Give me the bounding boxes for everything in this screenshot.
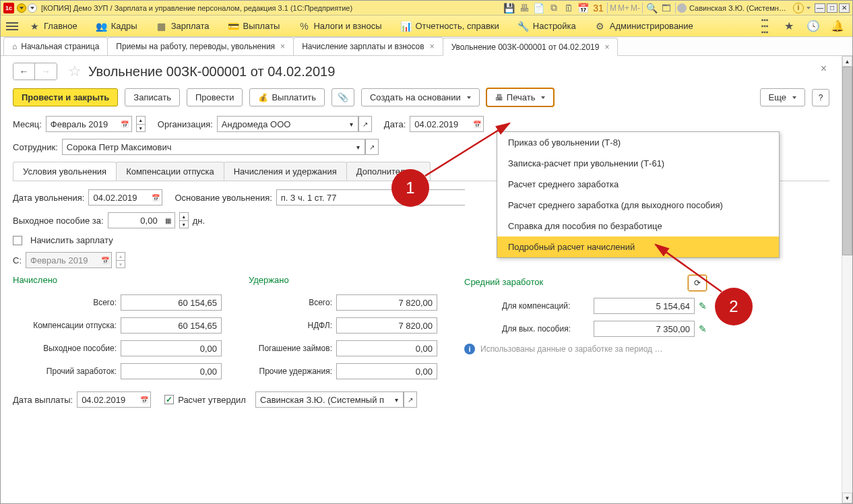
open-icon[interactable]: ↗ <box>358 116 372 132</box>
tab-item[interactable]: Приемы на работу, переводы, увольнения× <box>107 37 294 55</box>
calendar-picker-icon[interactable]: 📅 <box>119 116 132 132</box>
calc-icon[interactable]: ▦ <box>162 212 175 228</box>
approved-by-combo[interactable]: Савинская З.Ю. (Системный п ▾ ↗ <box>255 391 417 408</box>
spin-up-icon[interactable]: ▲ <box>179 212 189 220</box>
inner-tab-accruals[interactable]: Начисления и удержания <box>224 162 347 181</box>
month-spinner[interactable]: ▲▼ <box>136 116 146 132</box>
spin-down-icon[interactable]: ▼ <box>136 124 146 132</box>
org-input[interactable]: Андромеда ООО <box>217 116 345 132</box>
nav-payments[interactable]: 💳Выплаты <box>228 21 280 32</box>
nav-settings[interactable]: 🔧Настройка <box>518 21 576 32</box>
basis-input[interactable]: п. 3 ч. 1 ст. 77 <box>276 189 465 206</box>
calc-icon[interactable]: 🗓 <box>563 2 575 14</box>
calendar-picker-icon[interactable]: 📅 <box>149 189 162 206</box>
dropdown-icon[interactable]: ▾ <box>352 139 365 155</box>
window-icon[interactable]: 🗔 <box>660 2 672 14</box>
open-icon[interactable]: ↗ <box>365 139 379 155</box>
create-based-button[interactable]: Создать на основании <box>361 88 480 106</box>
print-menu-item[interactable]: Справка для пособия по безработице <box>497 216 779 237</box>
approved-by-input[interactable]: Савинская З.Ю. (Системный п <box>255 391 390 408</box>
accrued-comp-input[interactable]: 60 154,65 <box>121 317 222 334</box>
favorite-star-icon[interactable]: ☆ <box>68 63 82 80</box>
bell-icon[interactable]: 🔔 <box>828 17 847 36</box>
page-close-icon[interactable]: × <box>821 63 827 75</box>
forward-button[interactable]: → <box>35 63 57 80</box>
more-button[interactable]: Еще <box>760 88 805 106</box>
compare-icon[interactable]: ⧉ <box>548 2 560 14</box>
spin-down-icon[interactable]: ▼ <box>179 220 189 228</box>
tab-item[interactable]: Начисление зарплаты и взносов× <box>293 37 443 55</box>
spin-up-icon[interactable]: ▲ <box>136 116 146 124</box>
open-icon[interactable]: ↗ <box>404 391 417 408</box>
print-button[interactable]: 🖶Печать <box>486 88 555 106</box>
date-combo[interactable]: 04.02.2019 📅 <box>410 116 484 132</box>
minimize-button[interactable]: — <box>815 3 825 13</box>
post-close-button[interactable]: Провести и закрыть <box>13 88 118 106</box>
close-icon[interactable]: × <box>604 42 609 52</box>
pay-date-input[interactable]: 04.02.2019 <box>77 391 137 408</box>
approved-checkbox[interactable] <box>164 395 174 404</box>
date-input[interactable]: 04.02.2019 <box>410 116 470 132</box>
month-input[interactable]: Февраль 2019 <box>46 116 119 132</box>
refresh-button[interactable]: ⟳ <box>688 275 707 291</box>
dismiss-date-input[interactable]: 04.02.2019 <box>88 189 149 206</box>
pay-button[interactable]: 💰Выплатить <box>249 88 325 106</box>
dismiss-date-combo[interactable]: 04.02.2019 📅 <box>88 189 162 206</box>
history-icon[interactable]: 🕓 <box>804 17 823 36</box>
month-combo[interactable]: Февраль 2019 📅 <box>46 116 132 132</box>
zoom-icon[interactable]: 🔍 <box>645 2 658 14</box>
info-dropdown-icon[interactable] <box>807 7 811 9</box>
doc-icon[interactable]: 📄 <box>533 2 545 14</box>
user-name[interactable]: Савинская З.Ю. (Системный прог… <box>689 4 790 12</box>
date-icon[interactable]: 31 <box>592 2 604 14</box>
help-button[interactable]: ? <box>812 89 829 106</box>
print-menu-item[interactable]: Записка-расчет при увольнении (Т-61) <box>497 153 779 174</box>
print-menu-item-highlighted[interactable]: Подробный расчет начислений <box>497 237 779 257</box>
calendar-picker-icon[interactable]: 📅 <box>137 391 151 408</box>
scroll-up-icon[interactable]: ▲ <box>842 56 852 67</box>
save-icon[interactable]: 💾 <box>503 2 515 14</box>
basis-combo[interactable]: п. 3 ч. 1 ст. 77 <box>276 189 465 206</box>
favorite-icon[interactable]: ★ <box>780 17 798 36</box>
employee-combo[interactable]: Сорока Петр Максимович ▾ ↗ <box>62 139 379 155</box>
edit-icon[interactable]: ✎ <box>699 301 707 311</box>
menu-icon[interactable] <box>6 20 18 32</box>
vertical-scrollbar[interactable]: ▲ ▼ <box>842 56 852 503</box>
withheld-loan-input[interactable]: 0,00 <box>336 340 437 356</box>
scroll-down-icon[interactable]: ▼ <box>842 493 852 503</box>
m-button[interactable]: M <box>610 3 617 13</box>
withheld-ndfl-input[interactable]: 7 820,00 <box>336 317 437 334</box>
m-plus-button[interactable]: M+ <box>618 3 629 13</box>
nav-salary[interactable]: ▦Зарплата <box>156 21 210 32</box>
avg-sev-input[interactable]: 7 350,00 <box>594 321 695 337</box>
accrued-sev-input[interactable]: 0,00 <box>121 340 222 356</box>
post-button[interactable]: Провести <box>187 88 243 106</box>
edit-icon[interactable]: ✎ <box>699 323 707 334</box>
print-menu-item[interactable]: Расчет среднего заработка <box>497 174 779 195</box>
pay-date-combo[interactable]: 04.02.2019 📅 <box>77 391 151 408</box>
accrue-salary-checkbox[interactable] <box>13 236 22 245</box>
org-combo[interactable]: Андромеда ООО ▾ ↗ <box>217 116 372 132</box>
attach-button[interactable]: 📎 <box>331 88 354 106</box>
employee-input[interactable]: Сорока Петр Максимович <box>62 139 352 155</box>
withheld-other-input[interactable]: 0,00 <box>336 363 437 379</box>
m-minus-button[interactable]: M- <box>631 3 640 13</box>
apps-icon[interactable]: ▪▪▪▪▪▪▪▪▪ <box>755 17 774 36</box>
close-icon[interactable]: × <box>430 42 435 51</box>
approved-label[interactable]: Расчет утвердил <box>178 395 246 405</box>
accrue-salary-label[interactable]: Начислить зарплату <box>30 235 113 245</box>
print-menu-item[interactable]: Расчет среднего заработка (для выходного… <box>497 195 779 216</box>
severance-combo[interactable]: 0,00 ▦ <box>108 212 175 228</box>
calendar-picker-icon[interactable]: 📅 <box>470 116 484 132</box>
inner-tab-conditions[interactable]: Условия увольнения <box>13 162 117 181</box>
nav-main[interactable]: ★Главное <box>29 21 77 32</box>
severance-spinner[interactable]: ▲▼ <box>179 212 189 228</box>
accrued-other-input[interactable]: 0,00 <box>121 363 222 379</box>
print-menu-item[interactable]: Приказ об увольнении (Т-8) <box>497 132 779 153</box>
nav-admin[interactable]: ⚙Администрирование <box>595 21 693 32</box>
title-dropdown[interactable] <box>17 3 26 13</box>
avg-comp-input[interactable]: 5 154,64 <box>594 298 695 314</box>
scroll-track[interactable] <box>842 67 852 493</box>
back-button[interactable]: ← <box>13 63 35 80</box>
accrued-total-input[interactable]: 60 154,65 <box>121 294 222 311</box>
